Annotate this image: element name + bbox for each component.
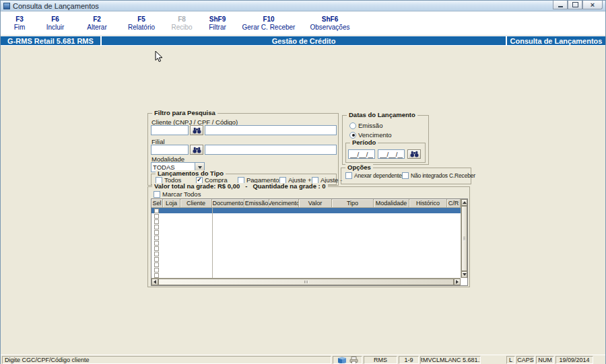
toolbar-label: Recibo bbox=[171, 24, 192, 31]
toolbar-button-alterar[interactable]: F2 Alterar bbox=[76, 16, 118, 31]
row-select-checkbox[interactable] bbox=[154, 235, 159, 240]
column-header-historico[interactable]: Histórico bbox=[409, 199, 447, 208]
minimize-button[interactable] bbox=[553, 1, 568, 9]
row-select-checkbox[interactable] bbox=[154, 241, 159, 246]
toolbar-key: ShF9 bbox=[209, 16, 226, 23]
statusbar-resize-grip bbox=[595, 356, 604, 364]
column-header-cr[interactable]: C/R bbox=[447, 199, 461, 208]
filial-code-input[interactable] bbox=[151, 145, 189, 155]
statusbar-spacer bbox=[482, 356, 505, 364]
table-row[interactable] bbox=[152, 229, 461, 235]
column-header-documento[interactable]: Documento bbox=[212, 199, 244, 208]
table-row[interactable] bbox=[152, 208, 461, 213]
checkbox-nao-integrados[interactable]: Não integrados C.Receber bbox=[402, 172, 475, 179]
table-row[interactable] bbox=[152, 235, 461, 240]
row-select-checkbox[interactable] bbox=[154, 225, 159, 229]
column-header-tipo[interactable]: Tipo bbox=[332, 199, 374, 208]
radio-vencimento[interactable]: Vencimento bbox=[349, 131, 392, 139]
datas-groupbox: Datas do Lançamento Emissão Vencimento P… bbox=[342, 115, 429, 165]
fixed-column-divider bbox=[212, 208, 213, 278]
statusbar-system: RMS bbox=[364, 356, 397, 364]
filter-title-text: Filtro para Pesquisa bbox=[154, 110, 215, 116]
scroll-down-button[interactable] bbox=[461, 271, 467, 278]
checkbox-marcar-todos[interactable]: Marcar Todos bbox=[154, 190, 201, 198]
table-row[interactable] bbox=[152, 246, 461, 251]
row-select-checkbox[interactable] bbox=[154, 268, 159, 272]
periodo-search-button[interactable] bbox=[407, 149, 421, 159]
table-row[interactable] bbox=[152, 256, 461, 262]
row-select-checkbox[interactable] bbox=[154, 257, 159, 262]
column-header-emissao[interactable]: Emissão bbox=[244, 199, 269, 208]
checkbox-label: Não integrados C.Receber bbox=[411, 172, 475, 179]
vertical-scrollbar-thumb[interactable] bbox=[461, 206, 467, 271]
cliente-search-button[interactable] bbox=[190, 125, 203, 135]
scroll-left-button[interactable] bbox=[152, 279, 158, 285]
column-header-loja[interactable]: Loja bbox=[163, 199, 180, 208]
grid-header: Sel Loja Cliente Documento Emissão Venci… bbox=[152, 199, 461, 208]
app-icon bbox=[3, 3, 10, 9]
checkbox-anexar-dependentes[interactable]: Anexar dependentes bbox=[345, 172, 405, 179]
maximize-button[interactable] bbox=[568, 1, 582, 9]
scroll-right-button[interactable] bbox=[454, 279, 461, 285]
column-header-sel[interactable]: Sel bbox=[152, 199, 163, 208]
table-row[interactable] bbox=[152, 224, 461, 229]
table-row[interactable] bbox=[152, 267, 461, 272]
column-header-cliente[interactable]: Cliente bbox=[180, 199, 212, 208]
toolbar-button-filtrar[interactable]: ShF9 Filtrar bbox=[199, 16, 236, 31]
toolbar-key: F5 bbox=[137, 16, 145, 23]
row-select-checkbox[interactable] bbox=[154, 219, 159, 224]
results-grid: Sel Loja Cliente Documento Emissão Venci… bbox=[151, 198, 468, 286]
binoculars-icon bbox=[410, 151, 419, 157]
toolbar-button-relatorio[interactable]: F5 Relatório bbox=[118, 16, 165, 31]
column-header-modalidade[interactable]: Modalidade bbox=[374, 199, 409, 208]
close-button[interactable] bbox=[582, 1, 603, 9]
table-row[interactable] bbox=[152, 240, 461, 246]
cliente-code-input[interactable] bbox=[151, 125, 189, 135]
table-row[interactable] bbox=[152, 272, 461, 278]
table-row[interactable] bbox=[152, 213, 461, 219]
table-row[interactable] bbox=[152, 262, 461, 267]
grid-summary: Valor total na grade: R$ 0,00 - Quantida… bbox=[152, 183, 328, 190]
statusbar-num: NUM bbox=[536, 356, 554, 364]
row-select-checkbox[interactable] bbox=[154, 230, 159, 235]
periodo-to-input[interactable] bbox=[378, 149, 405, 159]
toolbar-button-fim[interactable]: F3 Fim bbox=[5, 16, 34, 31]
table-row[interactable] bbox=[152, 251, 461, 256]
cliente-name-input[interactable] bbox=[205, 125, 337, 135]
toolbar-label: Alterar bbox=[87, 24, 106, 31]
grid-rows bbox=[152, 208, 461, 278]
row-select-checkbox[interactable] bbox=[154, 252, 159, 256]
vertical-scrollbar[interactable] bbox=[461, 199, 467, 278]
horizontal-scrollbar[interactable] bbox=[152, 278, 461, 285]
table-row[interactable] bbox=[152, 219, 461, 224]
filial-name-input[interactable] bbox=[205, 145, 337, 155]
toolbar-key: F8 bbox=[178, 16, 186, 23]
filial-search-button[interactable] bbox=[190, 145, 203, 155]
column-header-valor[interactable]: Valor bbox=[299, 199, 332, 208]
row-select-checkbox[interactable] bbox=[154, 214, 159, 219]
toolbar-key: F3 bbox=[15, 16, 24, 23]
results-groupbox: Valor total na grade: R$ 0,00 - Quantida… bbox=[147, 186, 470, 287]
header-app-version: G-RMS Retail 5.681 RMS bbox=[1, 36, 100, 45]
grid-total-value: Valor total na grade: R$ 0,00 bbox=[154, 183, 240, 190]
row-select-checkbox[interactable] bbox=[154, 273, 159, 278]
horizontal-scrollbar-thumb[interactable] bbox=[158, 279, 454, 285]
periodo-from-input[interactable] bbox=[348, 149, 375, 159]
checkbox-box bbox=[345, 172, 352, 179]
row-select-checkbox[interactable] bbox=[154, 209, 159, 213]
toolbar-button-gerar-c-receber[interactable]: F10 Gerar C. Receber bbox=[236, 16, 301, 31]
row-select-checkbox[interactable] bbox=[154, 246, 159, 251]
toolbar-button-incluir[interactable]: F6 Incluir bbox=[34, 16, 76, 31]
opcoes-title-text: Opções bbox=[347, 164, 371, 171]
scroll-up-button[interactable] bbox=[461, 199, 467, 206]
statusbar-icons bbox=[333, 356, 362, 364]
grid-count-value: Quantidade na grade : 0 bbox=[252, 183, 325, 190]
toolbar-label: Gerar C. Receber bbox=[242, 24, 296, 31]
row-select-checkbox[interactable] bbox=[154, 262, 159, 267]
function-toolbar: F3 Fim F6 Incluir F2 Alterar F5 Relatóri… bbox=[1, 11, 605, 36]
radio-emissao[interactable]: Emissão bbox=[349, 122, 382, 129]
column-header-vencimento[interactable]: Vencimento bbox=[269, 199, 299, 208]
toolbar-button-observacoes[interactable]: ShF6 Observações bbox=[301, 16, 359, 31]
toolbar-label: Filtrar bbox=[209, 24, 226, 31]
mouse-cursor bbox=[155, 50, 164, 63]
